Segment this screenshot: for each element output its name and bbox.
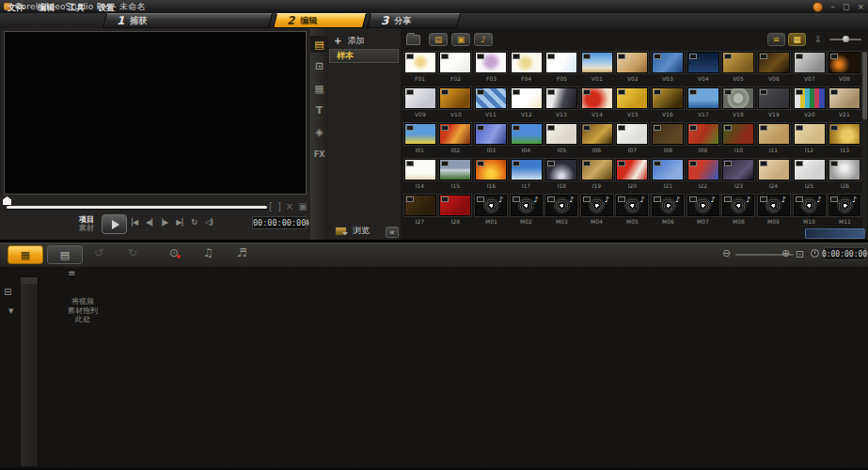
thumbnail-V09[interactable]: V09	[402, 87, 438, 120]
thumbnail-V08[interactable]: V08	[827, 52, 862, 85]
thumbnail-I07[interactable]: I07	[615, 123, 651, 156]
thumbnail-I02[interactable]: I02	[438, 123, 474, 156]
thumbnail-I21[interactable]: I21	[650, 159, 686, 192]
menu-item-3[interactable]: 设置	[98, 2, 115, 14]
gallery-item-sample[interactable]: 样本	[329, 49, 399, 63]
grid-view-button[interactable]: ▦	[788, 33, 806, 46]
thumbnail-V21[interactable]: V21	[827, 87, 862, 120]
thumbnail-M04[interactable]: ♪M04	[579, 195, 615, 227]
thumbnail-I05[interactable]: I05	[544, 123, 579, 156]
menu-item-1[interactable]: 编辑	[38, 2, 55, 14]
thumbnail-I06[interactable]: I06	[579, 123, 615, 156]
thumbnail-M09[interactable]: ♪M09	[756, 195, 792, 227]
thumbnail-I26[interactable]: I26	[827, 159, 862, 192]
thumbnail-F02[interactable]: F02	[438, 52, 474, 85]
thumbnail-I10[interactable]: I10	[721, 123, 757, 156]
track-manager-icon[interactable]: ⊟	[4, 287, 11, 297]
thumbnail-V10[interactable]: V10	[438, 87, 474, 120]
thumbnail-I22[interactable]: I22	[686, 159, 721, 192]
thumbnail-V17[interactable]: V17	[686, 87, 721, 120]
folder-icon[interactable]	[406, 35, 420, 45]
thumbnail-M01[interactable]: ♪M01	[473, 195, 509, 227]
thumbnail-I25[interactable]: I25	[792, 159, 828, 192]
mode-project[interactable]: 项目	[79, 215, 94, 224]
thumbnail-I27[interactable]: I27	[402, 195, 438, 227]
thumbnail-I20[interactable]: I20	[615, 159, 651, 192]
thumbnail-I15[interactable]: I15	[438, 159, 474, 192]
thumbnail-I24[interactable]: I24	[756, 159, 792, 192]
timeline-menu-icon[interactable]: ≡	[68, 268, 75, 278]
tab-share[interactable]: 3 分享	[367, 13, 461, 28]
play-button[interactable]	[102, 214, 127, 234]
thumbnail-V15[interactable]: V15	[615, 87, 651, 120]
sort-button[interactable]: ⇩	[811, 33, 826, 46]
menu-item-0[interactable]: 文件	[8, 2, 24, 14]
timeline-canvas[interactable]	[0, 267, 868, 466]
thumbnail-F05[interactable]: F05	[544, 52, 579, 85]
timeline-view-button[interactable]: ▤	[47, 245, 83, 264]
record-capture-icon[interactable]: ⊙	[169, 246, 179, 259]
thumbnail-V19[interactable]: V19	[756, 87, 792, 120]
thumbnail-V07[interactable]: V07	[792, 52, 828, 85]
filter-videos-button[interactable]: ▤	[429, 33, 448, 46]
zoom-out-icon[interactable]: ⊖	[722, 247, 731, 259]
library-nav-instant-project-icon[interactable]: ▦	[310, 80, 328, 97]
thumbnail-I08[interactable]: I08	[650, 123, 686, 156]
thumbnail-M11[interactable]: ♪M11	[827, 195, 862, 227]
library-scrollbar-thumb[interactable]	[862, 52, 867, 119]
thumbnail-M10[interactable]: ♪M10	[792, 195, 828, 227]
undo-icon[interactable]: ↺	[94, 246, 103, 259]
thumbnail-zoom-knob[interactable]	[843, 36, 849, 42]
thumbnail-M07[interactable]: ♪M07	[686, 195, 721, 227]
track-header-strip[interactable]	[21, 277, 39, 466]
filter-audio-button[interactable]: ♪	[474, 33, 493, 46]
volume-icon[interactable]: ◁)	[205, 218, 213, 227]
thumbnail-V14[interactable]: V14	[579, 87, 615, 120]
list-view-button[interactable]: ≡	[767, 33, 785, 46]
thumbnail-M02[interactable]: ♪M02	[509, 195, 544, 227]
thumbnail-F01[interactable]: F01	[402, 52, 438, 85]
redo-icon[interactable]: ↻	[128, 246, 137, 259]
collapse-panel-button[interactable]: «	[386, 227, 399, 238]
thumbnail-I17[interactable]: I17	[509, 159, 544, 192]
mode-clip[interactable]: 素材	[79, 224, 94, 232]
thumbnail-I28[interactable]: I28	[438, 195, 474, 227]
preview-timecode[interactable]: 00:00:00:00 ▲▼	[252, 216, 307, 229]
thumbnail-I09[interactable]: I09	[686, 123, 721, 156]
add-gallery-button[interactable]: + 添加	[334, 35, 364, 47]
thumbnail-V05[interactable]: V05	[721, 52, 757, 85]
browse-button[interactable]: 浏览	[335, 225, 370, 237]
library-nav-media-icon[interactable]: ▤	[310, 36, 328, 53]
fit-to-timeline-icon[interactable]: ⊡	[796, 248, 804, 260]
library-nav-filter-icon[interactable]: FX	[310, 146, 328, 163]
prev-frame-icon[interactable]: ◀|	[146, 218, 152, 227]
thumbnail-V01[interactable]: V01	[579, 52, 615, 85]
auto-music-icon[interactable]: ♬	[237, 246, 247, 259]
next-frame-icon[interactable]: |▶	[161, 218, 167, 227]
thumbnail-V13[interactable]: V13	[544, 87, 579, 120]
thumbnail-V06[interactable]: V06	[756, 52, 792, 85]
thumbnail-V18[interactable]: V18	[721, 87, 757, 120]
clock-icon[interactable]	[811, 249, 819, 258]
thumbnail-I18[interactable]: I18	[544, 159, 579, 192]
thumbnail-I01[interactable]: I01	[402, 123, 438, 156]
thumbnail-I16[interactable]: I16	[473, 159, 509, 192]
thumbnail-I19[interactable]: I19	[579, 159, 615, 192]
thumbnail-V11[interactable]: V11	[473, 87, 509, 120]
mark-out-button[interactable]: ]	[277, 201, 281, 212]
zoom-in-icon[interactable]: ⊕	[781, 247, 790, 259]
minimize-button[interactable]: –	[830, 2, 835, 11]
thumbnail-I23[interactable]: I23	[721, 159, 757, 192]
filter-photos-button[interactable]: ▣	[451, 33, 470, 46]
tab-capture[interactable]: 1 捕获	[103, 13, 273, 28]
enlarge-preview-icon[interactable]: ▣	[298, 201, 307, 212]
thumbnail-I13[interactable]: I13	[827, 123, 862, 156]
thumbnail-M05[interactable]: ♪M05	[615, 195, 651, 227]
library-nav-transition-icon[interactable]: ⊡	[310, 57, 328, 74]
thumbnail-I04[interactable]: I04	[509, 123, 544, 156]
home-icon[interactable]: |◀	[131, 218, 137, 227]
track-scroll-arrow-icon[interactable]: ▼	[8, 307, 13, 315]
mark-in-button[interactable]: [	[269, 201, 273, 212]
thumbnail-M08[interactable]: ♪M08	[721, 195, 757, 227]
thumbnail-V03[interactable]: V03	[650, 52, 686, 85]
